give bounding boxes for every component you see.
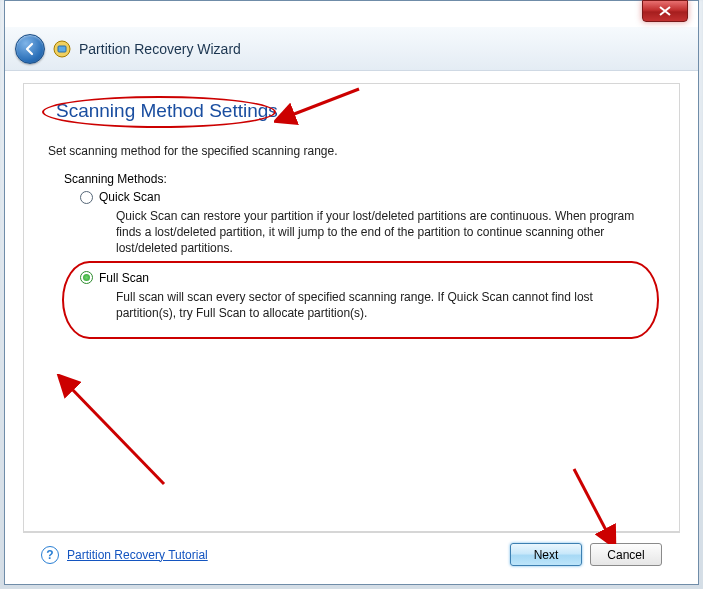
- svg-line-2: [289, 89, 359, 116]
- annotation-arrow-fullscan: [54, 374, 174, 494]
- option-full-scan[interactable]: Full Scan Full scan will scan every sect…: [80, 271, 657, 321]
- option-desc: Full scan will scan every sector of spec…: [116, 289, 651, 321]
- help-icon: ?: [41, 546, 59, 564]
- option-desc: Quick Scan can restore your partition if…: [116, 208, 651, 257]
- main-panel: Scanning Method Settings Set scanning me…: [23, 83, 680, 532]
- app-icon: [53, 40, 71, 58]
- option-quick-scan[interactable]: Quick Scan Quick Scan can restore your p…: [80, 190, 657, 257]
- option-label: Full Scan: [99, 271, 149, 285]
- dialog-title: Partition Recovery Wizard: [79, 41, 241, 57]
- radio-full-scan[interactable]: [80, 271, 93, 284]
- back-arrow-icon: [22, 41, 38, 57]
- wizard-dialog: Partition Recovery Wizard Scanning Metho…: [4, 0, 699, 585]
- close-icon: [659, 6, 671, 16]
- svg-rect-1: [58, 46, 66, 52]
- close-button[interactable]: [642, 0, 688, 22]
- next-button[interactable]: Next: [510, 543, 582, 566]
- option-label: Quick Scan: [99, 190, 160, 204]
- back-button[interactable]: [15, 34, 45, 64]
- radio-quick-scan[interactable]: [80, 191, 93, 204]
- tutorial-link[interactable]: Partition Recovery Tutorial: [67, 548, 208, 562]
- dialog-footer: ? Partition Recovery Tutorial Next Cance…: [23, 532, 680, 576]
- cancel-button[interactable]: Cancel: [590, 543, 662, 566]
- dialog-header: Partition Recovery Wizard: [5, 27, 698, 71]
- svg-line-3: [69, 386, 164, 484]
- group-label: Scanning Methods:: [64, 172, 657, 186]
- page-heading: Scanning Method Settings: [46, 98, 288, 124]
- page-subtitle: Set scanning method for the specified sc…: [48, 144, 657, 158]
